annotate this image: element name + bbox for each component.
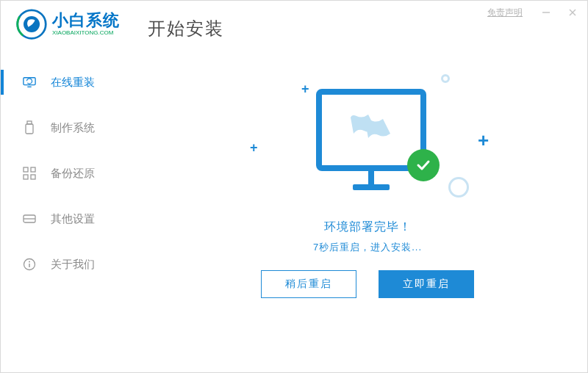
svg-rect-9 <box>26 124 33 134</box>
sidebar-item-about[interactable]: 关于我们 <box>1 242 148 287</box>
sidebar: 在线重装 制作系统 备份还原 其他设置 关于我们 <box>1 59 148 287</box>
minimize-button[interactable] <box>537 4 555 21</box>
sidebar-item-settings[interactable]: 其他设置 <box>1 196 148 242</box>
sidebar-item-reinstall[interactable]: 在线重装 <box>1 59 148 105</box>
ring-decor-icon <box>448 177 469 198</box>
monitor-refresh-icon <box>23 76 36 89</box>
windows-icon <box>351 112 392 148</box>
main-content: + + + 环境部署完毕！ 7秒后重启，进入安装... <box>148 52 587 372</box>
sidebar-item-label: 关于我们 <box>51 258 95 272</box>
close-icon <box>567 7 578 18</box>
plus-decor-icon: + <box>301 82 309 97</box>
status-title: 环境部署完毕！ <box>324 220 412 235</box>
svg-rect-11 <box>31 167 35 172</box>
svg-rect-12 <box>24 175 28 179</box>
info-icon <box>23 258 36 271</box>
sidebar-item-backup[interactable]: 备份还原 <box>1 151 148 196</box>
svg-rect-10 <box>24 167 28 172</box>
sidebar-item-create[interactable]: 制作系统 <box>1 105 148 151</box>
sidebar-item-label: 在线重装 <box>51 76 95 90</box>
restart-now-button[interactable]: 立即重启 <box>379 270 474 298</box>
titlebar: 免责声明 <box>481 1 587 24</box>
brand-text: 小白系统 XIAOBAIXITONG.COM <box>52 12 120 36</box>
plus-decor-icon: + <box>478 129 489 152</box>
sidebar-item-label: 备份还原 <box>51 167 95 181</box>
svg-rect-13 <box>31 175 35 179</box>
grid-icon <box>23 167 36 180</box>
brand-subtitle: XIAOBAIXITONG.COM <box>52 30 120 36</box>
success-check-icon <box>407 149 440 181</box>
sidebar-item-label: 其他设置 <box>51 212 95 226</box>
close-button[interactable] <box>564 4 581 21</box>
illustration: + + + <box>228 67 507 214</box>
status-subtitle: 7秒后重启，进入安装... <box>313 241 422 254</box>
logo-icon <box>15 8 48 40</box>
brand-title: 小白系统 <box>52 12 120 29</box>
minimize-icon <box>541 7 551 18</box>
svg-point-17 <box>29 261 30 263</box>
plus-decor-icon: + <box>250 140 258 156</box>
page-title: 开始安装 <box>148 17 224 40</box>
button-row: 稍后重启 立即重启 <box>261 270 474 298</box>
drive-icon <box>23 212 36 225</box>
app-window: 免责声明 小白系统 XIAOBAIXITONG.COM 开始安装 在线重装 <box>0 0 588 373</box>
disclaimer-link[interactable]: 免责声明 <box>487 7 523 19</box>
usb-icon <box>23 121 36 134</box>
restart-later-button[interactable]: 稍后重启 <box>261 270 356 298</box>
header: 小白系统 XIAOBAIXITONG.COM <box>15 8 120 40</box>
ring-decor-icon <box>441 74 450 83</box>
sidebar-item-label: 制作系统 <box>51 121 95 135</box>
monitor-illustration <box>316 89 426 190</box>
